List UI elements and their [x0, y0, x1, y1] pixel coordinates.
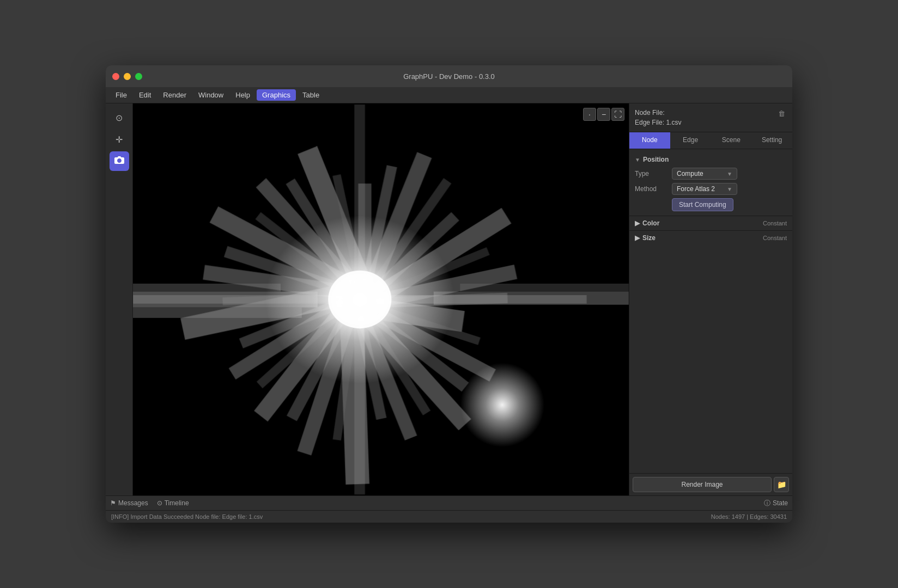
tab-setting[interactable]: Setting	[751, 132, 792, 149]
type-dropdown[interactable]: Compute ▼	[672, 168, 737, 180]
bottom-tabs: ⚑ Messages ⊙ Timeline ⓘ State	[106, 496, 792, 511]
minus-icon: −	[602, 110, 606, 119]
menu-edit[interactable]: Edit	[134, 89, 156, 101]
svg-point-43	[460, 363, 544, 447]
fullscreen-icon: ⛶	[614, 110, 622, 119]
traffic-lights	[112, 73, 142, 80]
close-button[interactable]	[112, 73, 119, 80]
panel-header: Node File: Edge File: 1.csv 🗑	[629, 103, 792, 132]
state-tab[interactable]: ⓘ State	[764, 499, 788, 508]
dot-icon: ·	[588, 110, 591, 119]
right-panel: Node File: Edge File: 1.csv 🗑 Node Edge …	[629, 103, 792, 495]
method-dropdown-value: Force Atlas 2	[677, 185, 715, 193]
render-image-button[interactable]: Render Image	[633, 477, 772, 492]
target-tool-button[interactable]: ⊙	[110, 108, 129, 127]
method-row: Method Force Atlas 2 ▼	[635, 183, 787, 195]
minimize-button[interactable]	[124, 73, 131, 80]
type-value: Compute ▼	[672, 168, 787, 180]
state-icon: ⓘ	[764, 499, 770, 508]
status-message: [INFO] Import Data Succeeded Node file: …	[111, 513, 263, 520]
size-value: Constant	[763, 235, 787, 241]
canvas-dot-button[interactable]: ·	[583, 108, 596, 121]
folder-button[interactable]: 📁	[774, 477, 789, 492]
color-value: Constant	[763, 220, 787, 226]
panel-tabs: Node Edge Scene Setting	[629, 132, 792, 149]
menu-window[interactable]: Window	[193, 89, 229, 101]
svg-rect-39	[133, 284, 281, 292]
render-bar: Render Image 📁	[629, 473, 792, 495]
edge-count: Edges: 30431	[750, 513, 787, 520]
canvas-minus-button[interactable]: −	[597, 108, 610, 121]
canvas-controls: · − ⛶	[583, 108, 624, 121]
delete-button[interactable]: 🗑	[776, 108, 787, 119]
type-row: Type Compute ▼	[635, 168, 787, 180]
position-arrow-icon: ▼	[635, 157, 640, 163]
camera-icon	[114, 156, 124, 166]
graph-canvas	[133, 103, 629, 495]
node-file-label: Node File:	[635, 108, 681, 118]
messages-tab[interactable]: ⚑ Messages	[110, 499, 148, 507]
size-section-header[interactable]: ▶ Size Constant	[629, 230, 792, 245]
folder-icon: 📁	[777, 480, 786, 489]
menu-table[interactable]: Table	[297, 89, 325, 101]
move-tool-button[interactable]: ✛	[110, 130, 129, 149]
timeline-icon: ⊙	[157, 499, 162, 507]
color-label: Color	[642, 219, 659, 227]
move-icon: ✛	[116, 134, 123, 145]
menu-render[interactable]: Render	[157, 89, 192, 101]
menu-file[interactable]: File	[110, 89, 132, 101]
svg-point-45	[328, 271, 391, 328]
type-dropdown-arrow-icon: ▼	[727, 171, 732, 177]
main-window: GraphPU - Dev Demo - 0.3.0 File Edit Ren…	[106, 65, 792, 523]
tab-scene[interactable]: Scene	[711, 132, 752, 149]
svg-rect-42	[460, 284, 629, 292]
menu-graphics[interactable]: Graphics	[257, 89, 296, 101]
method-dropdown-arrow-icon: ▼	[727, 186, 732, 192]
method-label: Method	[635, 185, 668, 193]
color-arrow-icon: ▶	[635, 219, 640, 227]
graph-stats: Nodes: 1497 | Edges: 30431	[711, 513, 787, 520]
main-content: ⊙ ✛	[106, 103, 792, 495]
left-toolbar: ⊙ ✛	[106, 103, 133, 495]
type-dropdown-value: Compute	[677, 170, 703, 177]
panel-content: ▼ Position Type Compute ▼ M	[629, 149, 792, 473]
method-dropdown[interactable]: Force Atlas 2 ▼	[672, 183, 737, 195]
state-label: State	[773, 499, 788, 507]
maximize-button[interactable]	[135, 73, 142, 80]
size-label: Size	[642, 234, 656, 242]
type-label: Type	[635, 170, 668, 177]
start-computing-row: Start Computing	[635, 198, 787, 211]
messages-label: Messages	[118, 499, 148, 507]
position-section-body: Type Compute ▼ Method Force Atlas	[629, 166, 792, 216]
svg-rect-41	[434, 291, 629, 304]
bottom-bar: ⚑ Messages ⊙ Timeline ⓘ State [INFO] Imp…	[106, 495, 792, 523]
start-computing-button[interactable]: Start Computing	[672, 198, 733, 211]
size-arrow-icon: ▶	[635, 234, 640, 242]
node-count: Nodes: 1497	[711, 513, 745, 520]
title-bar: GraphPU - Dev Demo - 0.3.0	[106, 65, 792, 87]
timeline-tab[interactable]: ⊙ Timeline	[157, 499, 189, 507]
target-icon: ⊙	[116, 113, 123, 123]
menu-help[interactable]: Help	[230, 89, 256, 101]
file-info: Node File: Edge File: 1.csv	[635, 108, 681, 127]
menu-bar: File Edit Render Window Help Graphics Ta…	[106, 87, 792, 103]
canvas-fullscreen-button[interactable]: ⛶	[611, 108, 624, 121]
tab-node[interactable]: Node	[629, 132, 670, 149]
position-section-header[interactable]: ▼ Position	[629, 154, 792, 166]
position-label: Position	[643, 156, 669, 163]
tab-edge[interactable]: Edge	[670, 132, 711, 149]
bottom-status: [INFO] Import Data Succeeded Node file: …	[106, 511, 792, 523]
window-title: GraphPU - Dev Demo - 0.3.0	[403, 72, 495, 81]
color-section-header[interactable]: ▶ Color Constant	[629, 216, 792, 230]
timeline-label: Timeline	[165, 499, 189, 507]
edge-file-label: Edge File: 1.csv	[635, 118, 681, 127]
camera-tool-button[interactable]	[110, 151, 129, 171]
canvas-area[interactable]: · − ⛶	[133, 103, 629, 495]
messages-icon: ⚑	[110, 499, 116, 507]
method-value: Force Atlas 2 ▼	[672, 183, 787, 195]
